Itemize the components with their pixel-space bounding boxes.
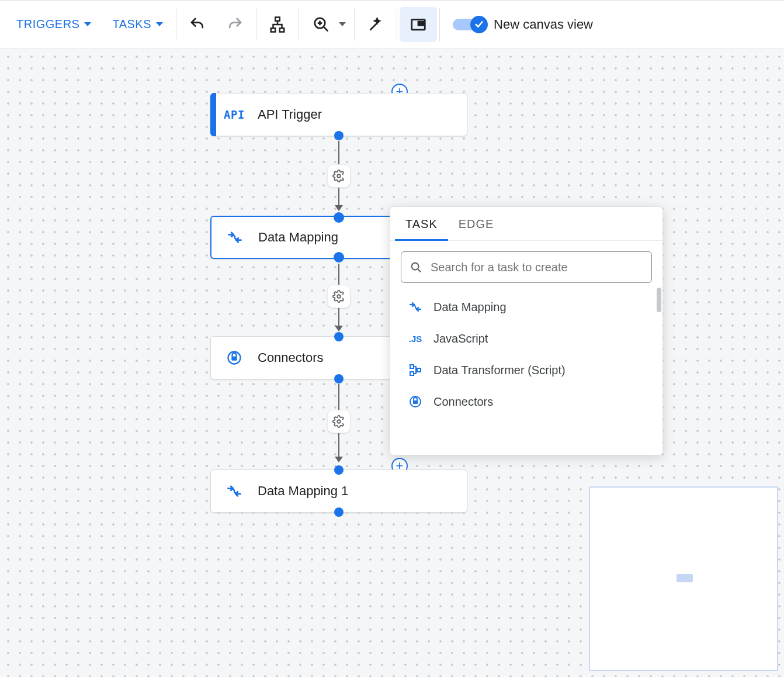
svg-rect-0 — [275, 17, 280, 20]
edge-settings-button[interactable] — [327, 285, 351, 308]
canvas[interactable]: + API API Trigger Data Mapping — [0, 48, 784, 677]
tasks-menu[interactable]: TASKS — [102, 8, 174, 41]
connectors-icon — [225, 348, 244, 367]
edge — [338, 433, 339, 457]
check-icon — [474, 19, 484, 30]
edge — [338, 264, 339, 285]
chevron-down-icon — [84, 22, 91, 26]
toolbar-separator — [354, 8, 355, 41]
task-item-label: JavaScript — [433, 332, 488, 346]
edge-settings-button[interactable] — [327, 164, 351, 188]
api-icon: API — [225, 105, 244, 124]
edge — [338, 384, 339, 410]
data-mapping-icon — [408, 299, 423, 315]
tasks-label: TASKS — [112, 18, 151, 31]
auto-layout-button[interactable] — [259, 7, 296, 42]
create-task-panel: TASK EDGE Data Mapping .JS JavaScript — [390, 206, 663, 455]
task-item-data-mapping[interactable]: Data Mapping — [390, 291, 662, 323]
output-port[interactable] — [334, 252, 344, 262]
magic-wand-icon — [367, 16, 384, 33]
edge-settings-button[interactable] — [327, 410, 351, 433]
node-label: Data Mapping 1 — [258, 483, 348, 499]
edge — [338, 141, 339, 164]
output-port[interactable] — [334, 374, 344, 384]
node-data-mapping-1[interactable]: Data Mapping 1 — [210, 469, 467, 513]
node-api-trigger[interactable]: API API Trigger — [210, 93, 467, 136]
task-list[interactable]: Data Mapping .JS JavaScript Data Transfo… — [390, 288, 662, 455]
output-port[interactable] — [334, 507, 344, 517]
zoom-in-icon — [313, 16, 330, 33]
input-port[interactable] — [334, 465, 344, 475]
scrollbar-thumb[interactable] — [657, 288, 661, 312]
svg-rect-12 — [410, 365, 414, 368]
gear-icon — [332, 415, 345, 428]
svg-point-7 — [337, 295, 341, 298]
task-search-box[interactable] — [401, 251, 652, 283]
tab-edge[interactable]: EDGE — [448, 207, 505, 241]
toolbar: TRIGGERS TASKS New canva — [0, 0, 784, 48]
triggers-label: TRIGGERS — [16, 18, 79, 31]
arrow-down-icon — [335, 326, 343, 331]
svg-point-11 — [412, 263, 419, 270]
redo-button[interactable] — [216, 7, 254, 42]
input-port[interactable] — [334, 332, 344, 341]
toggle-knob — [470, 16, 488, 33]
output-port[interactable] — [334, 131, 344, 140]
input-port[interactable] — [334, 212, 344, 223]
gear-icon — [332, 290, 345, 303]
task-panel-tabs: TASK EDGE — [390, 207, 662, 241]
svg-point-10 — [337, 420, 341, 423]
chevron-down-icon — [156, 22, 163, 26]
task-item-javascript[interactable]: .JS JavaScript — [390, 323, 662, 354]
svg-rect-1 — [271, 28, 276, 32]
svg-rect-2 — [280, 28, 285, 32]
svg-rect-13 — [417, 368, 421, 372]
connectors-icon — [408, 394, 423, 409]
sitemap-icon — [269, 16, 286, 33]
toolbar-separator — [439, 8, 440, 41]
node-label: Connectors — [258, 350, 324, 365]
toggle-switch[interactable] — [453, 19, 485, 30]
zoom-menu[interactable] — [301, 7, 352, 42]
svg-rect-5 — [418, 22, 424, 25]
svg-rect-14 — [410, 372, 414, 375]
undo-icon — [189, 16, 206, 33]
arrow-down-icon — [335, 457, 343, 462]
toolbar-separator — [397, 8, 397, 41]
arrow-down-icon — [335, 205, 343, 211]
toolbar-separator — [299, 8, 299, 41]
canvas-inner: + API API Trigger Data Mapping — [0, 49, 784, 677]
undo-button[interactable] — [179, 7, 216, 42]
canvas-view-toggle[interactable]: New canvas view — [453, 17, 593, 32]
task-search-input[interactable] — [429, 260, 643, 275]
zoom-button[interactable] — [307, 7, 335, 42]
toolbar-separator — [256, 8, 256, 41]
data-mapping-icon — [225, 482, 244, 500]
chevron-down-icon — [339, 22, 346, 26]
triggers-menu[interactable]: TRIGGERS — [6, 8, 102, 41]
search-icon — [410, 261, 422, 274]
minimap-node — [677, 574, 693, 582]
edge — [338, 308, 339, 326]
minimap[interactable] — [589, 486, 778, 671]
svg-rect-9 — [231, 357, 237, 361]
task-item-label: Data Transformer (Script) — [433, 364, 566, 377]
task-item-data-transformer[interactable]: Data Transformer (Script) — [390, 354, 662, 386]
node-label: API Trigger — [258, 107, 322, 122]
task-item-connectors[interactable]: Connectors — [390, 386, 662, 417]
javascript-icon: .JS — [408, 331, 423, 346]
svg-point-6 — [337, 174, 341, 178]
task-item-label: Connectors — [433, 395, 493, 409]
tab-task[interactable]: TASK — [395, 207, 448, 241]
task-item-label: Data Mapping — [433, 300, 507, 314]
minimap-icon — [410, 16, 427, 33]
minimap-toggle-button[interactable] — [400, 7, 437, 42]
svg-rect-16 — [413, 400, 418, 404]
data-transformer-icon — [408, 362, 423, 378]
redo-icon — [226, 16, 244, 33]
gear-icon — [332, 170, 345, 182]
toolbar-separator — [176, 8, 176, 41]
magic-wand-button[interactable] — [357, 7, 394, 42]
accent-bar — [210, 93, 216, 136]
toggle-label: New canvas view — [494, 17, 593, 32]
